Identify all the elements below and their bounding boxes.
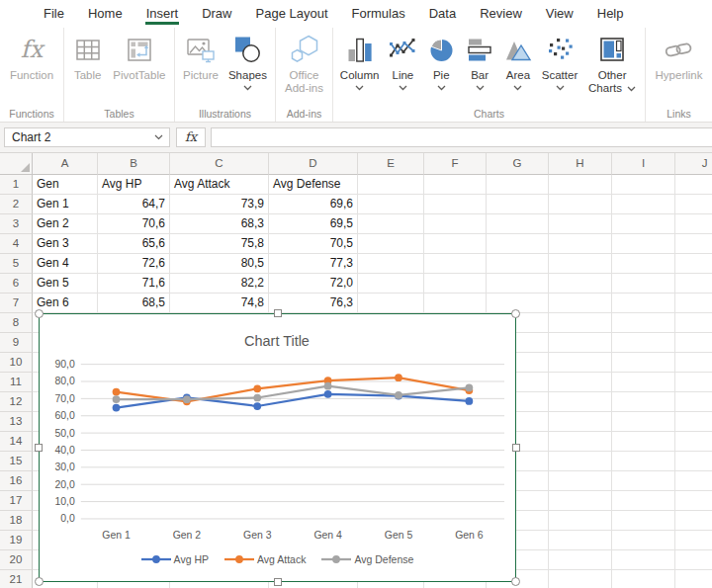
tab-insert[interactable]: Insert (134, 0, 191, 28)
cell-A5[interactable]: Gen 4 (33, 254, 98, 274)
cell-A4[interactable]: Gen 3 (33, 234, 98, 254)
legend-marker-avg-defense (321, 554, 351, 564)
data-point-avg-hp (324, 390, 332, 398)
pivottable-icon (125, 32, 154, 67)
area-button[interactable]: Area (501, 32, 535, 91)
row-header-7[interactable]: 7 (0, 294, 33, 313)
cell-C1[interactable]: Avg Attack (170, 175, 269, 195)
bar-button[interactable]: Bar (463, 32, 496, 91)
cell-A3[interactable]: Gen 2 (33, 214, 98, 234)
x-axis-tick-label: Gen 2 (173, 530, 202, 541)
cell-C3[interactable]: 68,3 (170, 214, 269, 234)
row-header-20[interactable]: 20 (0, 550, 33, 570)
name-box-chevron-down-icon[interactable] (154, 134, 163, 140)
row-header-8[interactable]: 8 (0, 313, 33, 333)
tab-data[interactable]: Data (417, 0, 468, 28)
cell-D4[interactable]: 70,5 (269, 234, 358, 254)
tab-file[interactable]: File (32, 0, 76, 28)
row-header-14[interactable]: 14 (0, 432, 33, 452)
tab-review[interactable]: Review (468, 0, 534, 28)
chart-selection-handle-top-right[interactable] (511, 309, 520, 318)
row-header-2[interactable]: 2 (0, 195, 33, 214)
column-header-C[interactable]: C (170, 153, 269, 175)
cell-B1[interactable]: Avg HP (98, 175, 170, 195)
row-header-4[interactable]: 4 (0, 234, 33, 254)
cell-C2[interactable]: 73,9 (170, 195, 269, 214)
column-header-E[interactable]: E (358, 153, 424, 175)
row-header-19[interactable]: 19 (0, 531, 33, 550)
formula-input[interactable] (211, 127, 712, 147)
row-header-3[interactable]: 3 (0, 214, 33, 234)
column-header-I[interactable]: I (612, 153, 675, 175)
cell-C6[interactable]: 82,2 (170, 274, 269, 294)
row-header-16[interactable]: 16 (0, 471, 33, 491)
tab-draw[interactable]: Draw (190, 0, 243, 28)
cell-B5[interactable]: 72,6 (98, 254, 170, 274)
row-header-18[interactable]: 18 (0, 511, 33, 531)
row-header-1[interactable]: 1 (0, 175, 33, 195)
cell-A6[interactable]: Gen 5 (33, 274, 98, 294)
chart-selection-handle-middle-left[interactable] (35, 444, 43, 452)
cell-C5[interactable]: 80,5 (170, 254, 269, 274)
chart-selection-handle-middle-right[interactable] (512, 444, 520, 452)
row-header-9[interactable]: 9 (0, 333, 33, 353)
tab-formulas[interactable]: Formulas (340, 0, 417, 28)
pie-label: Pie (433, 69, 450, 82)
chart-selection-handle-top-left[interactable] (35, 309, 44, 318)
data-point-avg-defense (113, 395, 121, 403)
row-header-13[interactable]: 13 (0, 412, 33, 432)
row-header-6[interactable]: 6 (0, 274, 33, 294)
row-header-12[interactable]: 12 (0, 392, 33, 412)
pie-button[interactable]: Pie (424, 32, 458, 91)
tab-help[interactable]: Help (585, 0, 636, 28)
column-header-H[interactable]: H (549, 153, 612, 175)
tab-home[interactable]: Home (76, 0, 134, 28)
function-icon: fx (21, 32, 43, 67)
cell-D1[interactable]: Avg Defense (269, 175, 358, 195)
scatter-button[interactable]: Scatter (540, 32, 579, 91)
row-header-21[interactable]: 21 (0, 570, 33, 588)
column-header-D[interactable]: D (269, 153, 358, 175)
row-header-17[interactable]: 17 (0, 491, 33, 511)
function-button: fxFunction (8, 32, 55, 82)
shapes-button[interactable]: Shapes (226, 32, 269, 91)
column-header-B[interactable]: B (98, 153, 170, 175)
cell-A1[interactable]: Gen (33, 175, 98, 195)
tab-view[interactable]: View (534, 0, 585, 28)
row-header-5[interactable]: 5 (0, 254, 33, 274)
cell-D7[interactable]: 76,3 (269, 294, 358, 313)
tab-page-layout[interactable]: Page Layout (244, 0, 340, 28)
column-header-A[interactable]: A (33, 153, 98, 175)
other-charts-button[interactable]: Other Charts (584, 32, 640, 95)
chart-selection-handle-bottom-left[interactable] (35, 577, 44, 586)
column-header-G[interactable]: G (487, 153, 549, 175)
row-header-15[interactable]: 15 (0, 452, 33, 471)
cell-C7[interactable]: 74,8 (170, 294, 269, 313)
select-all-button[interactable] (0, 153, 33, 175)
cell-B2[interactable]: 64,7 (98, 195, 170, 214)
chart-selection-handle-bottom-middle[interactable] (274, 578, 282, 586)
name-box[interactable]: Chart 2 (4, 127, 170, 147)
cell-D6[interactable]: 72,0 (269, 274, 358, 294)
row-header-11[interactable]: 11 (0, 373, 33, 392)
row-header-10[interactable]: 10 (0, 353, 33, 373)
column-header-J[interactable]: J (675, 153, 712, 175)
cell-A2[interactable]: Gen 1 (33, 195, 98, 214)
line-button[interactable]: Line (386, 32, 419, 91)
cell-B3[interactable]: 70,6 (98, 214, 170, 234)
column-header-F[interactable]: F (424, 153, 487, 175)
column-button[interactable]: Column (338, 32, 382, 91)
office-add-ins-button: Office Add-ins (277, 32, 332, 95)
insert-function-button[interactable]: fx (176, 127, 206, 147)
cell-D5[interactable]: 77,3 (269, 254, 358, 274)
cell-D3[interactable]: 69,5 (269, 214, 358, 234)
cell-B4[interactable]: 65,6 (98, 234, 170, 254)
cell-C4[interactable]: 75,8 (170, 234, 269, 254)
data-point-avg-defense (324, 382, 332, 390)
cell-D2[interactable]: 69,6 (269, 195, 358, 214)
chart-selection-handle-bottom-right[interactable] (511, 577, 520, 586)
cell-B6[interactable]: 71,6 (98, 274, 170, 294)
cell-B7[interactable]: 68,5 (98, 294, 170, 313)
embedded-chart[interactable]: Chart Title0,010,020,030,040,050,060,070… (39, 313, 516, 582)
chart-selection-handle-top-middle[interactable] (274, 309, 282, 317)
